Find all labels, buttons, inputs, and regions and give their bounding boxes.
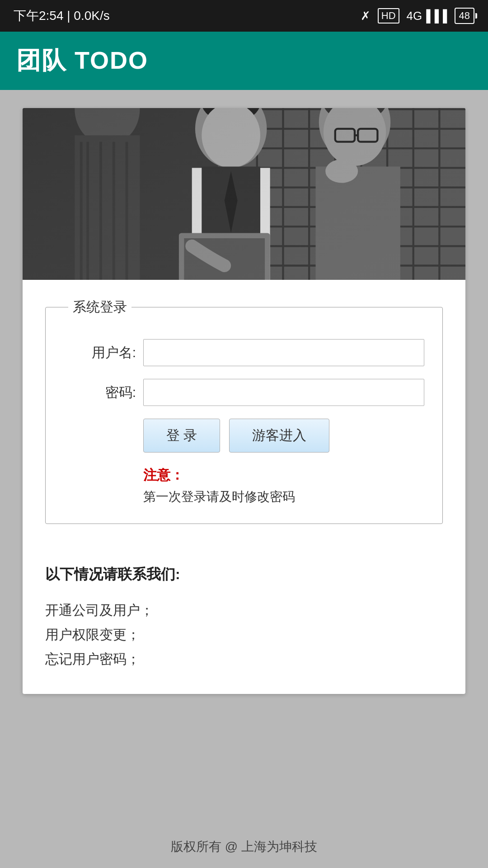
copyright-text: 版权所有 @ 上海为坤科技 <box>171 840 317 854</box>
password-input[interactable] <box>143 379 424 406</box>
contact-items: 开通公司及用户； 用户权限变更； 忘记用户密码； <box>45 598 443 671</box>
hero-image <box>23 108 465 280</box>
status-bar: 下午2:54 | 0.0K/s ✗ HD 4G▐▐▐ 48 <box>0 0 488 32</box>
username-row: 用户名: <box>64 339 424 366</box>
bluetooth-icon: ✗ <box>361 9 371 23</box>
guest-button[interactable]: 游客进入 <box>229 419 329 453</box>
login-button[interactable]: 登 录 <box>143 419 220 453</box>
status-icons: ✗ HD 4G▐▐▐ 48 <box>361 8 474 24</box>
svg-rect-46 <box>23 108 465 280</box>
contact-item-3: 忘记用户密码； <box>45 647 443 671</box>
app-bar: 团队 TODO <box>0 32 488 90</box>
username-input[interactable] <box>143 339 424 366</box>
contact-item-1: 开通公司及用户； <box>45 598 443 623</box>
login-area: 系统登录 用户名: 密码: 登 录 游客进入 注意： 第一次登录请及时修改密码 <box>23 280 465 547</box>
footer: 版权所有 @ 上海为坤科技 <box>0 826 488 868</box>
username-label: 用户名: <box>64 344 136 362</box>
battery-icon: 48 <box>455 8 474 24</box>
hd-icon: HD <box>378 8 399 24</box>
app-title: 团队 TODO <box>16 44 148 77</box>
notice-text: 第一次登录请及时修改密码 <box>143 488 424 505</box>
login-card: 系统登录 用户名: 密码: 登 录 游客进入 注意： 第一次登录请及时修改密码 <box>23 108 465 694</box>
contact-section: 以下情况请联系我们: 开通公司及用户； 用户权限变更； 忘记用户密码； <box>23 547 465 694</box>
signal-icon: 4G▐▐▐ <box>407 9 447 23</box>
login-legend: 系统登录 <box>68 298 131 316</box>
password-row: 密码: <box>64 379 424 406</box>
password-label: 密码: <box>64 383 136 402</box>
status-time: 下午2:54 | 0.0K/s <box>14 7 110 24</box>
notice-section: 注意： 第一次登录请及时修改密码 <box>143 466 424 505</box>
contact-title: 以下情况请联系我们: <box>45 565 443 585</box>
button-row: 登 录 游客进入 <box>143 419 424 453</box>
contact-item-2: 用户权限变更； <box>45 623 443 647</box>
main-content: 系统登录 用户名: 密码: 登 录 游客进入 注意： 第一次登录请及时修改密码 <box>0 90 488 826</box>
notice-label: 注意： <box>143 466 424 485</box>
login-fieldset: 系统登录 用户名: 密码: 登 录 游客进入 注意： 第一次登录请及时修改密码 <box>45 298 443 524</box>
